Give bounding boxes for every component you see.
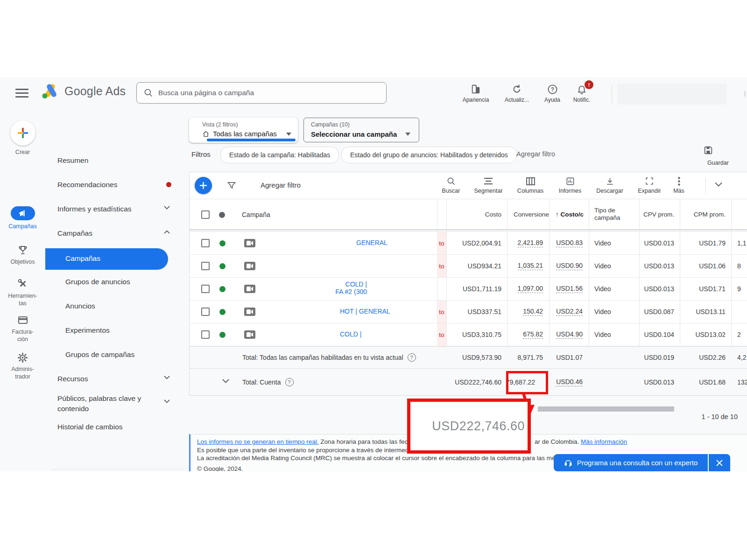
home-icon <box>202 130 210 138</box>
status-filter-dot[interactable] <box>219 212 225 218</box>
campaign-name-link[interactable]: HOT | GENERAL <box>340 308 390 315</box>
google-ads-app: Google Ads Busca una página o campaña Ap… <box>0 77 747 471</box>
campaign-selector[interactable]: Campañas (10) Seleccionar una campaña <box>303 118 419 142</box>
nav-item-historial[interactable]: Historial de cambios <box>57 423 123 431</box>
row-checkbox[interactable] <box>201 239 210 247</box>
more-button[interactable]: Más <box>665 176 693 194</box>
table-toolbar: Agregar filtro Buscar Segmentar Columnas… <box>190 172 747 199</box>
costo-cell: USD1,711.19 <box>446 278 507 300</box>
nav-item-resumen[interactable]: Resumen <box>57 156 88 165</box>
nav-item-grupos-anuncios[interactable]: Grupos de anuncios <box>65 278 130 286</box>
nav-item-grupos-campanas[interactable]: Grupos de campañas <box>65 350 134 359</box>
nav-item-campanas-selected[interactable]: Campañas <box>45 248 168 270</box>
column-header-cpm[interactable]: CPM prom. <box>680 199 731 230</box>
cpm-cell: USD13.11 <box>680 301 731 323</box>
download-icon <box>591 176 628 186</box>
toolbar-add-filter[interactable]: Agregar filtro <box>261 181 301 189</box>
add-campaign-button[interactable] <box>195 177 212 194</box>
left-rail: Crear Campañas Objetivos Herramien-tas F… <box>0 110 46 471</box>
collapse-toolbar-chevron[interactable] <box>715 182 722 187</box>
status-enabled-icon[interactable] <box>219 240 226 246</box>
pagination-label: 1 - 10 de 10 <box>668 413 738 420</box>
nav-item-recomendaciones[interactable]: Recomendaciones <box>57 181 117 189</box>
reports-realtime-link[interactable]: Los informes no se generan en tiempo rea… <box>197 438 318 445</box>
nav-item-experimentos[interactable]: Experimentos <box>65 326 110 335</box>
status-enabled-icon[interactable] <box>219 286 226 292</box>
column-header-cpv[interactable]: CPV prom. <box>639 199 680 230</box>
add-filter-link[interactable]: Agregar filtro <box>516 150 555 158</box>
trophy-icon <box>0 244 45 256</box>
filter-pill-campaign-status[interactable]: Estado de la campaña: Habilitadas <box>220 147 339 163</box>
rail-item-billing[interactable]: Factura-ción <box>0 314 45 343</box>
columns-button[interactable]: Columnas <box>512 176 549 194</box>
close-promo-button[interactable] <box>709 454 730 471</box>
tipo-cell: Video <box>589 232 639 254</box>
reports-button[interactable]: Informes <box>551 176 589 194</box>
svg-text:?: ? <box>550 86 554 92</box>
help-circle-icon[interactable]: ? <box>285 378 294 386</box>
rail-item-goals[interactable]: Objetivos <box>0 244 45 266</box>
column-header-costo[interactable]: Costo <box>446 199 507 230</box>
select-all-checkbox[interactable] <box>201 210 210 219</box>
view-selector[interactable]: Vista (2 filtros) Todas las campañas <box>189 118 298 143</box>
menu-icon[interactable] <box>15 89 28 98</box>
status-enabled-icon[interactable] <box>219 332 226 338</box>
segment-button[interactable]: Segmentar <box>470 176 507 194</box>
dropdown-caret-icon <box>286 133 291 136</box>
cpv-cell: USD0.013 <box>639 278 680 300</box>
expand-total-chevron[interactable] <box>222 379 229 383</box>
expand-button[interactable]: Expandir <box>631 176 668 194</box>
status-enabled-icon[interactable] <box>219 263 226 269</box>
horizontal-scrollbar[interactable] <box>538 406 674 412</box>
more-info-link[interactable]: Más información <box>581 438 627 445</box>
campaign-name-link[interactable]: COLD | <box>340 330 361 338</box>
budget-status-fragment: to <box>437 232 446 254</box>
nav-item-recursos[interactable]: Recursos <box>57 375 88 383</box>
notifications-button[interactable]: ! Notific. <box>563 83 600 103</box>
cpv-cell: USD0.013 <box>639 255 680 277</box>
column-header-conversiones[interactable]: Conversione <box>507 199 549 230</box>
megaphone-icon <box>11 206 35 220</box>
column-header-tipo[interactable]: Tipo decampaña <box>589 199 639 230</box>
create-button[interactable]: Crear <box>0 120 45 156</box>
help-circle-icon[interactable]: ? <box>408 353 416 362</box>
conversiones-cell: 1,035.21 <box>507 255 549 277</box>
search-placeholder: Busca una página o campaña <box>158 89 254 97</box>
costo-cell: USD337.51 <box>446 301 507 323</box>
costo-conv-cell: USD1.07 <box>549 347 589 368</box>
extra-cell: 132, <box>731 369 747 395</box>
rail-item-campaigns[interactable]: Campañas <box>0 206 45 230</box>
nav-item-informes[interactable]: Informes y estadísticas <box>57 205 132 213</box>
rail-item-admin[interactable]: Adminis-trador <box>0 351 45 380</box>
appearance-button[interactable]: Apariencia <box>457 83 494 103</box>
annotation-highlight-total-cost: USD222,746.60 <box>407 399 531 454</box>
row-checkbox[interactable] <box>201 285 210 293</box>
nav-divider <box>51 469 184 469</box>
search-table-button[interactable]: Buscar <box>432 176 470 194</box>
nav-group-campanas[interactable]: Campañas <box>57 229 92 238</box>
column-header-costo-conv[interactable]: ↑ Costo/c <box>549 199 589 230</box>
costo-cell: USD9,573.90 <box>446 347 507 368</box>
close-icon <box>716 459 723 467</box>
rail-item-tools[interactable]: Herramien-tas <box>0 278 45 307</box>
row-checkbox[interactable] <box>201 308 210 316</box>
filter-funnel-icon[interactable] <box>227 181 236 190</box>
status-enabled-icon[interactable] <box>219 309 226 315</box>
row-checkbox[interactable] <box>201 330 210 339</box>
refresh-button[interactable]: Actualiz... <box>498 83 536 103</box>
download-button[interactable]: Descargar <box>591 176 628 194</box>
notification-badge: ! <box>585 80 593 89</box>
budget-status-fragment: to <box>437 255 446 277</box>
search-input[interactable]: Busca una página o campaña <box>136 82 387 104</box>
nav-item-anuncios[interactable]: Anuncios <box>65 302 95 310</box>
account-area[interactable] <box>617 84 727 105</box>
column-header-campaign[interactable]: Campaña <box>242 211 270 218</box>
cpm-cell: USD1.06 <box>680 255 731 277</box>
campaign-name-link[interactable]: GENERAL <box>356 239 388 246</box>
expert-consult-button[interactable]: Programa una consulta con un experto <box>554 454 708 471</box>
filter-pill-adgroup-status[interactable]: Estado del grupo de anuncios: Habilitado… <box>341 147 517 163</box>
row-checkbox[interactable] <box>201 262 210 270</box>
nav-item-publicos[interactable]: Públicos, palabras clave y contenido <box>57 393 151 414</box>
campaign-name-link[interactable]: COLD |FA #2 (300 <box>320 280 367 295</box>
save-button[interactable]: Guardar <box>703 145 733 166</box>
